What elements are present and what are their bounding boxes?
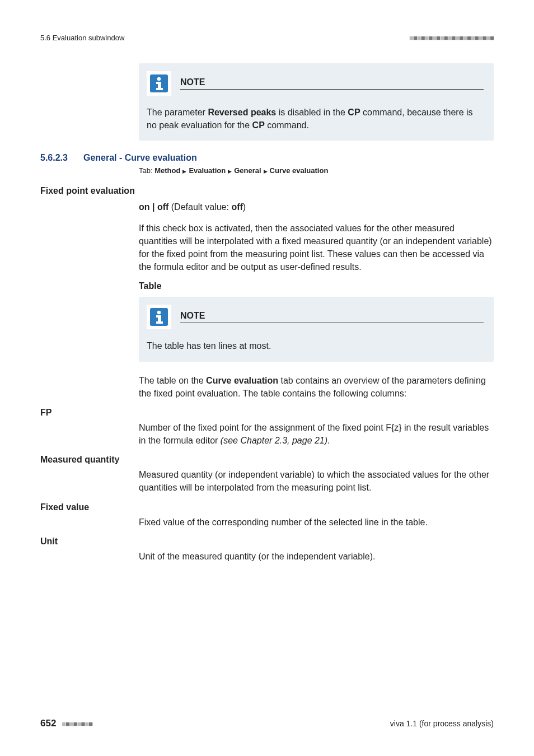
info-icon xyxy=(147,305,171,329)
note-title: NOTE xyxy=(180,311,484,323)
chevron-right-icon: ▶ xyxy=(182,169,186,174)
svg-rect-9 xyxy=(156,321,163,324)
note-text: is disabled in the xyxy=(276,108,348,117)
breadcrumb: Tab: Method▶Evaluation▶General▶Curve eva… xyxy=(139,166,494,175)
definition-body: Number of the fixed point for the assign… xyxy=(139,421,494,447)
default-label: (Default value: xyxy=(168,202,231,212)
chevron-right-icon: ▶ xyxy=(264,169,268,174)
footer-left: 652 ■■■■■■■■ xyxy=(40,718,92,729)
header-ornament: ■■■■■■■■■■■■■■■■■■■■■■ xyxy=(409,34,494,42)
note-text: The parameter xyxy=(147,108,208,117)
breadcrumb-item: Evaluation xyxy=(189,166,226,175)
breadcrumb-item: General xyxy=(234,166,261,175)
note-body: The parameter Reversed peaks is disabled… xyxy=(147,106,484,132)
definition-term: FP xyxy=(40,408,494,418)
note-box: NOTE The table has ten lines at most. xyxy=(139,297,494,361)
defn-text: . xyxy=(327,436,330,445)
intro-text: The table on the xyxy=(139,376,206,385)
svg-rect-4 xyxy=(156,88,163,90)
definition-term: Measured quantity xyxy=(40,455,494,465)
definition-body: Fixed value of the corresponding number … xyxy=(139,516,494,529)
note-title: NOTE xyxy=(180,77,484,90)
page-footer: 652 ■■■■■■■■ viva 1.1 (for process analy… xyxy=(40,718,494,729)
definition-body: Measured quantity (or independent variab… xyxy=(139,468,494,494)
running-header: 5.6 Evaluation subwindow ■■■■■■■■■■■■■■■… xyxy=(40,34,494,42)
default-suffix: ) xyxy=(243,202,246,212)
definition-term: Fixed value xyxy=(40,502,494,512)
default-value-line: on | off (Default value: off) xyxy=(139,200,494,213)
section-title: General - Curve evaluation xyxy=(83,153,197,163)
header-section-ref: 5.6 Evaluation subwindow xyxy=(40,34,124,42)
section-number: 5.6.2.3 xyxy=(40,153,68,163)
note-box: NOTE The parameter Reversed peaks is dis… xyxy=(139,63,494,141)
section-heading: 5.6.2.3 General - Curve evaluation xyxy=(40,153,494,163)
footer-product: viva 1.1 (for process analysis) xyxy=(390,719,494,728)
definition-term: Unit xyxy=(40,536,494,547)
table-intro-paragraph: The table on the Curve evaluation tab co… xyxy=(139,374,494,400)
definition-body: Unit of the measured quantity (or the in… xyxy=(139,550,494,563)
onoff-options: on | off xyxy=(139,202,168,212)
breadcrumb-item: Curve evaluation xyxy=(270,166,329,175)
chevron-right-icon: ▶ xyxy=(228,169,232,174)
info-icon xyxy=(147,71,171,96)
note-text-bold: Reversed peaks xyxy=(208,108,276,117)
intro-bold: Curve evaluation xyxy=(206,376,278,385)
svg-point-6 xyxy=(157,311,161,314)
note-text-bold: CP xyxy=(348,108,360,117)
note-text-bold: CP xyxy=(252,120,265,130)
svg-point-1 xyxy=(157,77,161,81)
defn-crossref: (see Chapter 2.3, page 21) xyxy=(221,436,327,445)
breadcrumb-item: Method xyxy=(154,166,180,175)
subsection-heading: Fixed point evaluation xyxy=(40,186,494,196)
note-body: The table has ten lines at most. xyxy=(147,339,484,352)
table-heading: Table xyxy=(139,281,494,291)
footer-ornament: ■■■■■■■■ xyxy=(62,720,92,728)
note-text: command. xyxy=(265,120,309,130)
description-paragraph: If this check box is activated, then the… xyxy=(139,222,494,274)
default-value: off xyxy=(231,202,242,212)
page-number: 652 xyxy=(40,718,56,729)
breadcrumb-label: Tab: xyxy=(139,166,154,175)
